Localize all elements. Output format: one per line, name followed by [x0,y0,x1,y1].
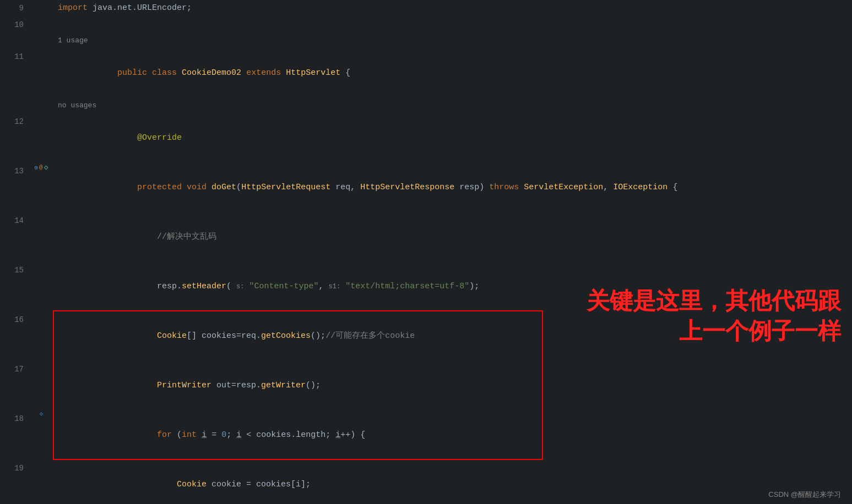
code-area: 9 import java.net.URLEncoder; 10 1 usage… [0,0,852,504]
no-usage-text: no usages [52,98,96,113]
gutter-icons-13: ⊙ @ ◇ [34,163,48,172]
line-content-12: @Override [52,113,852,163]
code-line-11: 11 public class CookieDemo02 extends Htt… [0,48,852,98]
code-line-19: 19 Cookie cookie = cookies[i]; [0,460,852,504]
code-line-15: 15 resp.setHeader( s: "Content-type", s1… [0,262,852,311]
diamond-icon-18: ◇ [40,410,43,417]
code-line-13: 13 ⊙ @ ◇ protected void doGet(HttpServle… [0,163,852,212]
line-number-14: 14 [0,212,30,229]
line-number-19: 19 [0,460,30,476]
line-number-15: 15 [0,262,30,278]
line-number-13: 13 [0,163,30,179]
line-number-16: 16 [0,311,30,328]
code-line-12: 12 @Override [0,113,852,163]
usage-line: 1 usage [0,33,852,48]
gutter-18: ◇ [30,410,52,417]
usage-text: 1 usage [52,33,88,48]
no-usage-line: no usages [0,98,852,113]
editor-container: 9 import java.net.URLEncoder; 10 1 usage… [0,0,852,504]
code-line-17: 17 PrintWriter out=resp.getWriter(); [0,361,852,410]
gutter-13: ⊙ @ ◇ [30,163,52,172]
line-content-16: Cookie[] cookies=req.getCookies();//可能存在… [52,311,852,361]
line-number-11: 11 [0,48,30,65]
arrow-icon-13: ⊙ [34,164,38,171]
code-line-14: 14 //解决中文乱码 [0,212,852,262]
code-line-10: 10 [0,17,852,33]
code-line-9: 9 import java.net.URLEncoder; [0,0,852,17]
line-content-9: import java.net.URLEncoder; [52,0,852,17]
at-icon-13: @ [39,164,43,171]
line-number-17: 17 [0,361,30,377]
line-number-9: 9 [0,0,30,17]
line-content-18: for (int i = 0; i < cookies.length; i++)… [52,410,852,460]
line-content-19: Cookie cookie = cookies[i]; [52,460,852,504]
code-line-16: 16 Cookie[] cookies=req.getCookies();//可… [0,311,852,361]
watermark: CSDN @醒醒起来学习 [768,490,841,500]
bookmark-icon-13: ◇ [44,163,48,172]
line-content-14: //解决中文乱码 [52,212,852,262]
line-number-10: 10 [0,17,30,33]
line-number-18: 18 [0,410,30,427]
code-line-18: 18 ◇ for (int i = 0; i < cookies.length;… [0,410,852,460]
line-content-15: resp.setHeader( s: "Content-type", s1: "… [52,262,852,311]
line-content-11: public class CookieDemo02 extends HttpSe… [52,48,852,98]
line-content-13: protected void doGet(HttpServletRequest … [52,163,852,212]
line-number-12: 12 [0,113,30,130]
line-content-17: PrintWriter out=resp.getWriter(); [52,361,852,410]
